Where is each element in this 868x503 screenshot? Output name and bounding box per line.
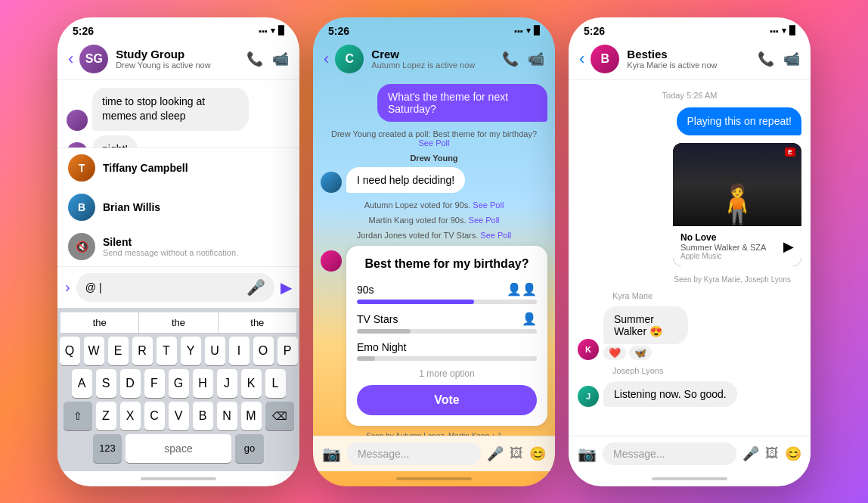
battery-icon-3: ▉ (789, 26, 795, 36)
header-name-1: Study Group (116, 48, 246, 61)
see-poll-link-1[interactable]: See Poll (419, 138, 450, 147)
emoji-icon-3[interactable]: 😊 (785, 446, 801, 462)
mention-avatar-tiffany: T (68, 154, 95, 182)
kb-row-3: ⇧ Z X C V B N M ⌫ (60, 402, 296, 430)
comment-bubble-kyra: Summer Walker 😍 (603, 306, 688, 344)
wifi-icon: ▾ (271, 26, 275, 36)
kb-suggest-2[interactable]: the (219, 312, 296, 333)
emoji-icon-2[interactable]: 😊 (529, 446, 546, 462)
poll-row: Best theme for my birthday? 90s 👤👤 TV St… (321, 246, 547, 427)
photo-icon-2[interactable]: 🖼 (510, 446, 523, 461)
key-t[interactable]: T (157, 337, 177, 365)
message-input-2[interactable]: Message... (347, 442, 481, 465)
chevron-right-icon-1[interactable]: › (65, 278, 70, 296)
header-info-2: Crew Autumn Lopez is active now (371, 48, 502, 70)
header-actions-2: 📞 📹 (502, 51, 544, 67)
home-bar-1 (141, 477, 216, 480)
camera-icon-2[interactable]: 📷 (322, 445, 341, 463)
see-poll-link-4[interactable]: See Poll (480, 231, 511, 240)
key-g[interactable]: G (169, 369, 189, 398)
mic-icon-1[interactable]: 🎤 (246, 278, 265, 297)
video-call-icon-1[interactable]: 📹 (272, 51, 289, 67)
phone-call-icon-3[interactable]: 📞 (758, 51, 774, 67)
video-call-icon-2[interactable]: 📹 (528, 51, 544, 67)
play-button[interactable]: ▶ (783, 238, 794, 255)
key-n[interactable]: N (217, 402, 237, 430)
key-d[interactable]: D (120, 369, 141, 398)
chat-header-2: ‹ C Crew Autumn Lopez is active now 📞 📹 (313, 40, 555, 79)
at-symbol: @ (85, 281, 96, 293)
status-time-2: 5:26 (328, 25, 349, 37)
kb-suggest-1[interactable]: the (139, 312, 218, 333)
key-r[interactable]: R (132, 337, 153, 365)
key-x[interactable]: X (120, 402, 141, 430)
keyboard-1: the the the Q W E R T Y U I O P A S D F … (57, 308, 299, 471)
see-poll-link-2[interactable]: See Poll (473, 200, 504, 210)
kb-row-4: 123 space go (60, 434, 296, 463)
cursor: | (99, 281, 102, 293)
key-w[interactable]: W (84, 337, 104, 365)
status-bar-3: 5:26 ▪▪▪ ▾ ▉ (569, 17, 811, 40)
key-z[interactable]: Z (96, 402, 116, 430)
header-status-1: Drew Young is active now (116, 61, 246, 70)
poll-fill-90s (357, 300, 474, 304)
key-m[interactable]: M (241, 402, 262, 430)
phone-call-icon-1[interactable]: 📞 (246, 51, 263, 67)
key-a[interactable]: A (72, 369, 92, 398)
explicit-badge: E (785, 147, 795, 157)
mention-item-brian[interactable]: B Brian Willis (57, 188, 299, 227)
kb-row-1: Q W E R T Y U I O P (60, 337, 296, 365)
key-c[interactable]: C (144, 402, 165, 430)
poll-vote-button[interactable]: Vote (357, 385, 537, 415)
poll-card: Best theme for my birthday? 90s 👤👤 TV St… (346, 246, 547, 427)
back-button-1[interactable]: ‹ (68, 49, 73, 69)
timestamp-3: Today 5:26 AM (578, 91, 801, 100)
key-go[interactable]: go (235, 434, 264, 463)
key-s[interactable]: S (96, 369, 116, 398)
key-backspace[interactable]: ⌫ (265, 402, 294, 430)
key-l[interactable]: L (265, 369, 286, 398)
key-j[interactable]: J (217, 369, 237, 398)
mention-item-tiffany[interactable]: T Tiffany Campbell (57, 148, 299, 188)
key-h[interactable]: H (193, 369, 213, 398)
key-o[interactable]: O (253, 337, 274, 365)
key-b[interactable]: B (193, 402, 213, 430)
kb-suggest-0[interactable]: the (60, 312, 139, 333)
kb-suggestions-1: the the the (60, 312, 296, 334)
key-y[interactable]: Y (181, 337, 201, 365)
key-f[interactable]: F (144, 369, 165, 398)
key-i[interactable]: I (229, 337, 250, 365)
key-u[interactable]: U (205, 337, 225, 365)
music-title: No Love (680, 232, 766, 243)
phone-call-icon-2[interactable]: 📞 (502, 51, 519, 67)
message-input-3[interactable]: Message... (603, 442, 736, 465)
poll-option-tvstars: TV Stars 👤 (357, 312, 537, 334)
key-123[interactable]: 123 (93, 434, 122, 463)
key-space[interactable]: space (126, 434, 231, 463)
key-k[interactable]: K (241, 369, 262, 398)
photo-icon-3[interactable]: 🖼 (765, 446, 779, 461)
see-poll-link-3[interactable]: See Poll (469, 216, 500, 225)
camera-icon-3[interactable]: 📷 (578, 445, 597, 463)
system-msg-1: Drew Young created a poll: Best theme fo… (321, 128, 547, 149)
mic-icon-3[interactable]: 🎤 (742, 446, 759, 462)
video-call-icon-3[interactable]: 📹 (783, 51, 800, 67)
key-e[interactable]: E (108, 337, 129, 365)
recv-bubble-1: I need help deciding! (346, 167, 465, 193)
reaction-heart: ❤️ (603, 346, 626, 360)
poll-option-label-90s: 90s 👤👤 (357, 282, 537, 297)
sent-msg-row: What's the theme for next Saturday? (321, 84, 547, 122)
mic-icon-2[interactable]: 🎤 (487, 446, 504, 462)
key-shift[interactable]: ⇧ (64, 402, 92, 430)
send-icon-1[interactable]: ▶ (281, 278, 292, 297)
message-input-1[interactable]: @ | 🎤 (76, 273, 274, 302)
key-q[interactable]: Q (60, 337, 80, 365)
back-button-3[interactable]: ‹ (579, 49, 584, 69)
back-button-2[interactable]: ‹ (324, 49, 329, 69)
music-card-row: 🧍 E No Love Summer Walker & SZA Apple Mu… (578, 140, 801, 269)
key-p[interactable]: P (277, 337, 298, 365)
msg-input-bar-2: 📷 Message... 🎤 🖼 😊 (313, 436, 555, 471)
key-v[interactable]: V (169, 402, 189, 430)
mention-item-silent[interactable]: 🔇 Silent Send message without a notifica… (57, 227, 299, 266)
music-info: No Love Summer Walker & SZA Apple Music … (673, 226, 801, 266)
